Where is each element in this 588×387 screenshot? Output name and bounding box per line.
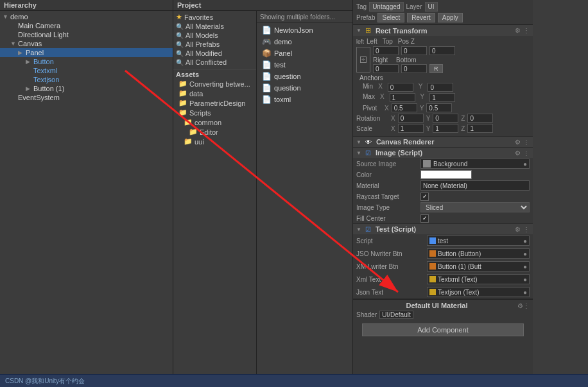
scale-x-input[interactable] <box>398 124 424 133</box>
rot-z-input[interactable] <box>467 114 493 123</box>
gear-icon-image[interactable]: ⚙ <box>515 150 521 157</box>
jsn-select-btn[interactable]: ● <box>523 250 527 257</box>
jsn-label: JSO Nwriter Btn <box>356 250 427 257</box>
layer-dropdown[interactable]: UI <box>425 2 438 12</box>
more-icon-image[interactable]: ⋮ <box>523 150 530 157</box>
canvas-renderer-header[interactable]: ▼ 👁 Canvas Renderer ⚙ ⋮ <box>353 137 533 147</box>
favorites-header-item: ★ Favorites <box>173 12 256 22</box>
color-label: Color <box>356 171 420 178</box>
tree-item-button[interactable]: ▶ Button <box>0 57 173 66</box>
file-demo[interactable]: 🎮 demo <box>259 37 350 47</box>
test-script-section: ▼ ☑ Test (Script) ⚙ ⋮ Script test ● JSO … <box>353 224 533 299</box>
scale-z-input[interactable] <box>467 124 493 133</box>
tag-dropdown[interactable]: Untagged <box>369 2 403 12</box>
asset-converting[interactable]: 📁 Converting betwe... <box>173 79 256 89</box>
image-script-icon: ☑ <box>365 150 371 157</box>
jsontext-value: Textjson (Text) ● <box>427 287 530 297</box>
rot-y-input[interactable] <box>433 114 458 123</box>
min-y-input[interactable] <box>428 83 453 92</box>
asset-common[interactable]: 📁 common <box>173 117 256 127</box>
asset-scripts-label: Scripts <box>189 109 211 117</box>
tree-item-canvas[interactable]: ▼ Canvas <box>0 39 173 48</box>
xmltext-select-btn[interactable]: ● <box>523 276 527 283</box>
fill-center-checkbox[interactable]: ✓ <box>420 214 429 223</box>
tree-item-panel[interactable]: ▶ Panel <box>0 48 173 57</box>
raycast-checkbox[interactable]: ✓ <box>420 193 429 201</box>
search-icon: 🔍 <box>176 50 184 57</box>
rot-x-input[interactable] <box>398 114 424 123</box>
fav-all-conflicted[interactable]: 🔍 All Conflicted <box>173 58 256 67</box>
right-input[interactable] <box>373 64 399 73</box>
tree-item-textjson[interactable]: Textjson <box>0 75 173 84</box>
gear-icon-material[interactable]: ⚙ <box>517 302 523 309</box>
fav-all-modified[interactable]: 🔍 All Modified <box>173 49 256 58</box>
left-input[interactable] <box>373 46 399 55</box>
asset-data[interactable]: 📁 data <box>173 89 256 98</box>
tree-item-demo[interactable]: ▼ demo <box>0 12 173 21</box>
xmltext-label: Xml Text <box>356 276 427 283</box>
gear-icon[interactable]: ⚙ <box>515 27 521 34</box>
asset-parametric[interactable]: 📁 ParametricDesign <box>173 98 256 108</box>
pivot-x-input[interactable] <box>392 103 417 112</box>
file-question2[interactable]: 📄 question <box>259 83 350 93</box>
file-test[interactable]: 📄 test <box>259 60 350 70</box>
min-x-input[interactable] <box>388 83 413 92</box>
scale-label: Scale <box>356 125 388 132</box>
tree-item-button1[interactable]: ▶ Button (1) <box>0 84 173 93</box>
posz-input[interactable] <box>429 46 455 55</box>
tree-item-textxml[interactable]: Textxml <box>0 66 173 75</box>
gear-icon-test[interactable]: ⚙ <box>515 226 521 233</box>
max-x-input[interactable] <box>390 93 415 102</box>
file-question1[interactable]: 📄 question <box>259 71 350 82</box>
top-input[interactable] <box>401 46 427 55</box>
tree-arrow-panel: ▶ <box>18 49 26 56</box>
tree-item-eventsystem[interactable]: EventSystem <box>0 93 173 102</box>
pivot-y-input[interactable] <box>426 103 452 112</box>
showing-text: Showing multiple folders... <box>257 12 352 22</box>
more-icon-canvas[interactable]: ⋮ <box>523 139 530 146</box>
fill-center-row: Fill Center ✓ <box>353 213 533 223</box>
more-icon-test[interactable]: ⋮ <box>523 226 530 233</box>
r-button[interactable]: R <box>429 64 443 73</box>
image-type-dropdown[interactable]: Sliced <box>420 202 530 212</box>
more-icon[interactable]: ⋮ <box>523 27 530 34</box>
xml-select-btn[interactable]: ● <box>523 263 527 270</box>
tree-item-main-camera[interactable]: Main Camera <box>0 21 173 30</box>
fav-all-materials[interactable]: 🔍 All Materials <box>173 22 256 31</box>
script-select-btn[interactable]: ● <box>523 237 527 245</box>
revert-button[interactable]: Revert <box>407 13 435 22</box>
image-script-title: Image (Script) <box>376 149 512 157</box>
project-title: Project <box>177 1 201 9</box>
asset-editor[interactable]: 📁 Editor <box>173 127 256 137</box>
apply-button[interactable]: Apply <box>438 13 463 22</box>
rect-transform-header[interactable]: ▼ ⊞ Rect Transform ⚙ ⋮ <box>353 25 533 36</box>
fav-all-models[interactable]: 🔍 All Models <box>173 31 256 40</box>
max-y-input[interactable] <box>429 93 455 102</box>
select-button[interactable]: Select <box>377 13 404 22</box>
asset-scripts[interactable]: 📁 Scripts <box>173 108 256 117</box>
search-icon: 🔍 <box>176 32 184 39</box>
xml-value: Button (1) (Butt ● <box>427 261 530 271</box>
file-panel[interactable]: 📦 Panel <box>259 48 350 58</box>
rot-x-label: X <box>391 115 395 122</box>
file-toxml[interactable]: 📄 toxml <box>259 94 350 105</box>
xml-row: XM Lwriter Btn Button (1) (Butt ● <box>353 260 533 273</box>
canvas-icon: 👁 <box>365 139 372 146</box>
tree-item-directional-light[interactable]: Directional Light <box>0 30 173 39</box>
more-icon-material[interactable]: ⋮ <box>523 302 530 309</box>
scale-y-input[interactable] <box>433 124 458 133</box>
image-script-header[interactable]: ▼ ☑ Image (Script) ⚙ ⋮ <box>353 148 533 158</box>
asset-uui[interactable]: 📁 uui <box>173 137 256 146</box>
source-image-select-btn[interactable]: ● <box>523 160 527 168</box>
tree-arrow-button1: ▶ <box>26 85 33 92</box>
file-newtonjson[interactable]: 📄 NewtonJson <box>259 25 350 35</box>
add-component-button[interactable]: Add Component <box>362 323 524 336</box>
bottom-input[interactable] <box>401 64 427 73</box>
jsontext-select-btn[interactable]: ● <box>523 289 527 296</box>
fav-all-prefabs[interactable]: 🔍 All Prefabs <box>173 40 256 49</box>
asset-parametric-label: ParametricDesign <box>189 99 245 107</box>
color-swatch[interactable] <box>420 170 472 179</box>
test-script-header[interactable]: ▼ ☑ Test (Script) ⚙ ⋮ <box>353 224 533 234</box>
gear-icon-canvas[interactable]: ⚙ <box>515 139 521 146</box>
fav-all-conflicted-label: All Conflicted <box>186 58 227 66</box>
